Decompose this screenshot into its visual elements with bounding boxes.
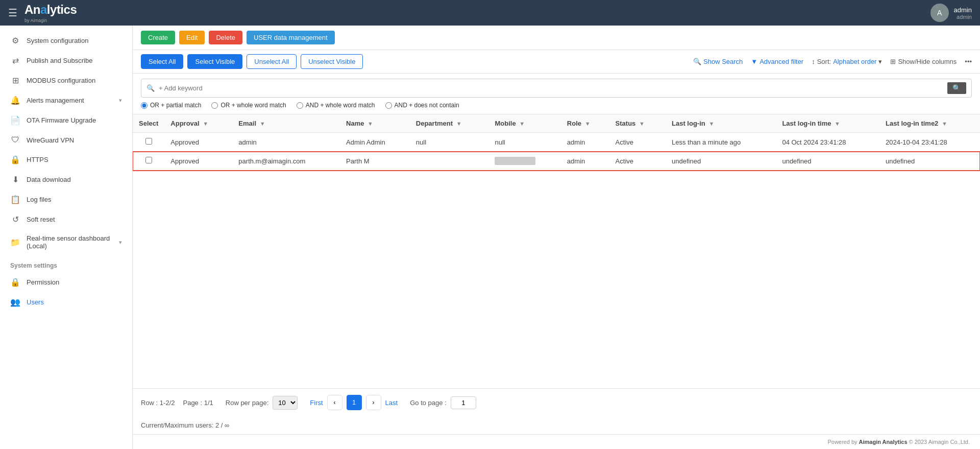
column-department: Department ▼ [410, 114, 489, 133]
app-logo: Analytics [24, 3, 77, 17]
delete-button[interactable]: Delete [209, 31, 242, 44]
search-area: 🔍 🔍 OR + partial match OR + whole word m… [133, 74, 980, 114]
show-hide-columns[interactable]: ⊞ Show/Hide columns [890, 58, 957, 65]
row-role: admin [561, 133, 609, 152]
row-email: admin [232, 133, 340, 152]
sidebar-item-modbus[interactable]: ⊞ MODBUS configuration [0, 70, 132, 90]
sidebar-item-log-files[interactable]: 📋 Log files [0, 190, 132, 209]
table-row: Approved admin Admin Admin null null adm… [133, 133, 980, 152]
filter-icon[interactable]: ▼ [260, 121, 265, 127]
row-name: Parth M [340, 152, 410, 171]
more-options-icon[interactable]: ••• [965, 58, 972, 65]
sidebar-item-permission[interactable]: 🔒 Permission [0, 272, 132, 292]
reset-icon: ↺ [10, 215, 20, 224]
row-name: Admin Admin [340, 133, 410, 152]
sidebar-item-label: MODBUS configuration [27, 77, 95, 84]
user-data-management-button[interactable]: USER data management [247, 31, 335, 44]
document-icon: 📄 [10, 115, 20, 125]
filter-icon[interactable]: ▼ [639, 121, 645, 127]
sidebar-item-soft-reset[interactable]: ↺ Soft reset [0, 209, 132, 229]
column-last-login-time2: Last log-in time2 ▼ [879, 114, 980, 133]
row-info: Row : 1-2/2 [141, 399, 175, 407]
sidebar-item-ota[interactable]: 📄 OTA Firmware Upgrade [0, 110, 132, 130]
sidebar-item-users[interactable]: 👥 Users [0, 292, 132, 312]
shield-icon: 🛡 [10, 135, 20, 145]
sidebar-item-label: Data download [27, 176, 71, 183]
sidebar-item-label: Users [27, 298, 44, 306]
action-toolbar: Create Edit Delete USER data management [133, 26, 980, 50]
row-department: null [410, 133, 489, 152]
bell-icon: 🔔 [10, 96, 20, 105]
advanced-filter-link[interactable]: ▼ Advanced filter [751, 58, 803, 65]
unselect-visible-button[interactable]: Unselect Visible [301, 54, 363, 69]
sidebar-item-publish-subscribe[interactable]: ⇄ Publish and Subscribe [0, 51, 132, 70]
row-checkbox-cell[interactable] [133, 152, 164, 171]
search-icon: 🔍 [693, 58, 701, 65]
row-checkbox[interactable] [145, 157, 152, 163]
filter-icon[interactable]: ▼ [585, 121, 591, 127]
sidebar-item-alerts[interactable]: 🔔 Alerts management ▾ [0, 90, 132, 110]
page-info: Page : 1/1 [183, 399, 213, 407]
next-page-button[interactable]: › [366, 395, 381, 410]
column-role: Role ▼ [561, 114, 609, 133]
footer: Powered by Aimagin Analytics © 2023 Aima… [133, 434, 980, 449]
top-header: ☰ Analytics by Aimagin A admin admin [0, 0, 980, 26]
last-page-link[interactable]: Last [385, 399, 398, 407]
data-table-area: Select Approval ▼ Email ▼ Name ▼ Departm… [133, 114, 980, 388]
hamburger-menu-icon[interactable]: ☰ [8, 7, 17, 19]
gear-icon: ⚙ [10, 36, 20, 45]
filter-or-partial[interactable]: OR + partial match [141, 102, 201, 109]
users-table: Select Approval ▼ Email ▼ Name ▼ Departm… [133, 114, 980, 171]
selection-toolbar: Select All Select Visible Unselect All U… [133, 50, 980, 74]
edit-button[interactable]: Edit [179, 31, 205, 44]
row-last-login-time2: undefined [879, 152, 980, 171]
blurred-mobile [495, 157, 535, 165]
sidebar-item-system-configuration[interactable]: ⚙ System configuration [0, 31, 132, 51]
rows-per-page-select[interactable]: 10 25 50 [273, 396, 298, 410]
show-search-link[interactable]: 🔍 Show Search [693, 58, 743, 65]
sidebar-item-realtime[interactable]: 📁 Real-time sensor dashboard (Local) ▾ [0, 229, 132, 255]
filter-icon[interactable]: ▼ [368, 121, 373, 127]
current-users-area: Current/Maximum users: 2 / ∞ [133, 416, 980, 434]
sidebar: ⚙ System configuration ⇄ Publish and Sub… [0, 26, 133, 449]
current-page-button[interactable]: 1 [347, 395, 362, 410]
first-page-link[interactable]: First [310, 399, 323, 407]
sidebar-item-data-download[interactable]: ⬇ Data download [0, 170, 132, 190]
footer-text: Powered by Aimagin Analytics © 2023 Aima… [827, 439, 970, 445]
filter-icon[interactable]: ▼ [708, 121, 714, 127]
row-status: Active [609, 152, 666, 171]
filter-icon[interactable]: ▼ [203, 121, 208, 127]
sidebar-item-label: Log files [27, 196, 51, 203]
select-visible-button[interactable]: Select Visible [187, 54, 242, 69]
filter-icon[interactable]: ▼ [456, 121, 462, 127]
row-last-login: Less than a minute ago [666, 133, 776, 152]
filter-icon[interactable]: ▼ [835, 121, 840, 127]
prev-page-button[interactable]: ‹ [327, 395, 342, 410]
user-info: admin admin [954, 6, 972, 20]
row-mobile: null [488, 133, 560, 152]
unselect-all-button[interactable]: Unselect All [247, 54, 297, 69]
create-button[interactable]: Create [141, 31, 175, 44]
select-all-button[interactable]: Select All [141, 54, 183, 69]
sort-chevron-icon[interactable]: ▾ [878, 58, 882, 65]
filter-or-whole[interactable]: OR + whole word match [211, 102, 286, 109]
sidebar-item-wireguard[interactable]: 🛡 WireGuard VPN [0, 130, 132, 150]
search-input[interactable] [159, 84, 943, 92]
table-header: Select Approval ▼ Email ▼ Name ▼ Departm… [133, 114, 980, 133]
row-last-login-time2: 2024-10-04 23:41:28 [879, 133, 980, 152]
filter-icon[interactable]: ▼ [519, 121, 525, 127]
filter-icon[interactable]: ▼ [942, 121, 947, 127]
columns-icon: ⊞ [890, 58, 896, 65]
row-approval: Approved [164, 133, 232, 152]
row-department [410, 152, 489, 171]
row-checkbox[interactable] [145, 138, 152, 145]
row-checkbox-cell[interactable] [133, 133, 164, 152]
go-to-page-input[interactable] [451, 396, 476, 409]
pagination-area: Row : 1-2/2 Page : 1/1 Row per page: 10 … [133, 388, 980, 416]
search-submit-button[interactable]: 🔍 [947, 82, 966, 94]
users-icon: 👥 [10, 297, 20, 307]
filter-and-not-contain[interactable]: AND + does not contain [385, 102, 459, 109]
sidebar-item-https[interactable]: 🔒 HTTPS [0, 150, 132, 170]
column-approval: Approval ▼ [164, 114, 232, 133]
filter-and-whole[interactable]: AND + whole word match [297, 102, 375, 109]
